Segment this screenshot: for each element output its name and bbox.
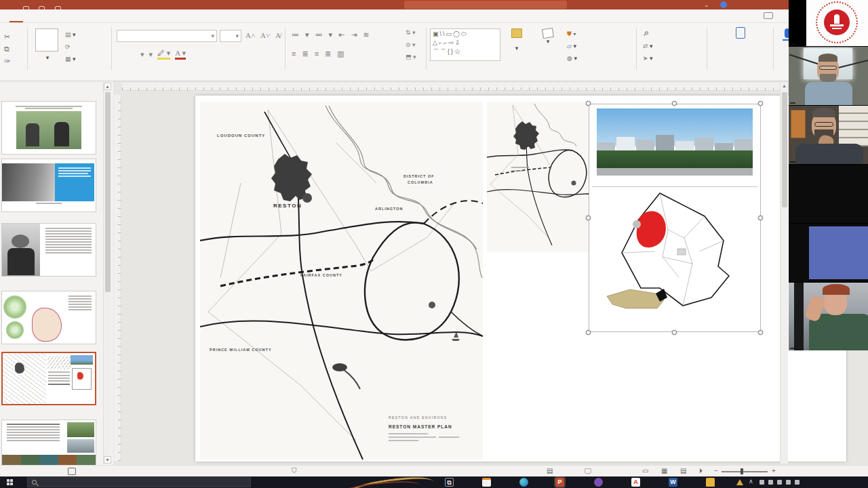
comments-icon[interactable] [764, 12, 773, 19]
section-button[interactable]: ▦ ▾ [65, 56, 76, 62]
new-slide-button[interactable]: ▾ [33, 54, 62, 61]
sticky-notes-icon[interactable] [482, 478, 491, 487]
resize-handle-top-center[interactable] [672, 101, 677, 106]
copy-button[interactable]: ⧉ [4, 42, 9, 54]
canvas-scrollbar[interactable]: ▲ [780, 83, 788, 464]
resize-handle-bottom-right[interactable] [758, 330, 763, 335]
scroll-down-arrow[interactable]: ▼ [104, 456, 111, 464]
participant-tile-1[interactable] [789, 0, 868, 46]
tray-expand-icon[interactable]: ∧ [749, 478, 753, 485]
resize-handle-mid-left[interactable] [586, 216, 591, 220]
tab-slide-show[interactable] [91, 18, 104, 22]
find-button[interactable]: 🔎︎ [643, 30, 649, 37]
font-size-combo[interactable]: ▾ [220, 30, 241, 42]
slide-thumbnail-4[interactable] [1, 291, 96, 344]
file-explorer-icon[interactable] [706, 478, 715, 487]
resize-handle-bottom-center[interactable] [672, 330, 677, 335]
participant-tile-4[interactable] [789, 165, 868, 223]
font-color-button[interactable]: A ▾ [175, 49, 186, 60]
cut-button[interactable]: ✂ [4, 30, 10, 42]
reset-button[interactable]: ⟳ [65, 43, 71, 50]
purple-app-icon[interactable] [594, 478, 603, 487]
taskbar-search-input[interactable] [27, 477, 251, 487]
highlight-color-button[interactable]: 🖉 ▾ [157, 49, 170, 60]
align-text-button[interactable]: ⊜ ▾ [406, 42, 416, 48]
change-case-button[interactable]: ▾ [149, 50, 153, 59]
quick-styles-button[interactable]: ▾ [533, 28, 563, 45]
slide-thumbnail-5-selected[interactable] [1, 352, 96, 405]
word-icon[interactable]: W [669, 478, 677, 487]
layout-button[interactable]: ▤ ▾ [65, 31, 76, 38]
slide-thumbnail-3[interactable] [1, 223, 96, 277]
resize-handle-mid-right[interactable] [758, 216, 763, 220]
tray-icon-1[interactable] [760, 480, 764, 485]
grow-font-button[interactable]: A˄ [245, 31, 255, 39]
select-button[interactable]: ➤ ▾ [643, 55, 653, 62]
shrink-font-button[interactable]: A˅ [260, 31, 270, 39]
edge-browser-icon[interactable] [519, 478, 528, 487]
tab-transitions[interactable] [64, 18, 77, 22]
replace-button[interactable]: ⇄ ▾ [643, 43, 653, 49]
char-spacing-button[interactable]: ▾ [140, 50, 144, 59]
text-direction-button[interactable]: ⇅ ▾ [406, 30, 416, 36]
create-pdf-button[interactable] [711, 27, 770, 41]
tray-icon-5[interactable] [795, 480, 800, 485]
accessibility-icon[interactable] [68, 468, 76, 475]
normal-view-button[interactable]: ▭ [642, 467, 648, 474]
participant-tile-6[interactable] [789, 283, 868, 350]
selected-picture-reston[interactable] [589, 104, 761, 332]
tab-picture-format[interactable] [172, 18, 186, 22]
paragraph-row1-icons[interactable]: ≔▾≕▾⇤⇥≋ [292, 31, 376, 39]
tab-acrobat[interactable] [159, 18, 172, 22]
zoom-out-button[interactable]: − [714, 467, 718, 474]
participant-tile-3[interactable] [789, 106, 868, 164]
participant-tile-2[interactable] [789, 47, 868, 105]
zoom-in-button[interactable]: + [772, 467, 776, 474]
paragraph-row2-icons[interactable]: ≡≣≡≣▥ [292, 50, 351, 58]
tab-record[interactable] [104, 18, 118, 22]
reston-small-map-image[interactable] [487, 102, 595, 252]
slide-sorter-view-button[interactable]: ▦ [661, 467, 667, 474]
tray-icon-2[interactable] [768, 480, 773, 485]
participant-tile-5[interactable] [789, 224, 868, 282]
shape-effects-button[interactable]: ◍ ▾ [567, 55, 577, 62]
resize-handle-bottom-left[interactable] [586, 330, 591, 335]
slide-canvas[interactable]: LOUDOUN COUNTY DISTRICT OF COLUMBIA ARLI… [195, 96, 846, 462]
ribbon-options-icon[interactable]: ⌄ [704, 1, 709, 9]
shape-fill-button[interactable]: ⛊ ▾ [567, 30, 576, 38]
tab-home[interactable] [9, 16, 23, 22]
tab-insert[interactable] [23, 18, 37, 22]
format-painter-button[interactable]: ✑ [4, 54, 10, 66]
tab-animations[interactable] [77, 18, 91, 22]
horizontal-ruler[interactable] [122, 83, 783, 91]
powerpoint-icon-active[interactable]: P [555, 478, 564, 487]
start-button[interactable] [7, 479, 13, 485]
vertical-ruler[interactable] [114, 95, 121, 461]
slide-thumbnail-1[interactable] [1, 101, 96, 155]
tab-review[interactable] [118, 18, 132, 22]
zoom-slider-thumb[interactable] [741, 468, 743, 474]
clear-formatting-button[interactable]: A̸ [275, 31, 281, 39]
tab-draw[interactable] [37, 18, 50, 22]
arrange-button[interactable]: ▾ [503, 28, 530, 52]
tab-design[interactable] [50, 18, 64, 22]
font-name-combo[interactable]: ▾ [117, 30, 217, 42]
convert-smartart-button[interactable]: ⬒ ▾ [406, 54, 416, 60]
shapes-gallery[interactable]: ▣\\▭◯⬭△⌐⌐⇨⇩⌒⌒{}☆ [430, 28, 500, 61]
tab-view[interactable] [132, 18, 145, 22]
tab-help[interactable] [145, 18, 159, 22]
resize-handle-top-right[interactable] [758, 101, 763, 106]
reston-environs-map-image[interactable]: LOUDOUN COUNTY DISTRICT OF COLUMBIA ARLI… [200, 102, 483, 460]
tray-icon-4[interactable] [786, 480, 791, 485]
acrobat-icon[interactable]: A [631, 478, 640, 487]
account-avatar[interactable] [720, 1, 727, 8]
thumbnail-scrollbar[interactable]: ▲ ▼ [103, 83, 111, 464]
tray-icon-3[interactable] [777, 480, 782, 485]
slide-thumbnail-2[interactable] [1, 159, 96, 212]
resize-handle-top-left[interactable] [586, 101, 591, 106]
task-view-icon[interactable]: ⧉ [445, 478, 454, 487]
search-box[interactable] [404, 1, 567, 9]
shape-outline-button[interactable]: ▱ ▾ [567, 43, 576, 49]
reading-view-button[interactable]: ▤ [680, 467, 686, 474]
zoom-slider-track[interactable] [722, 471, 768, 472]
